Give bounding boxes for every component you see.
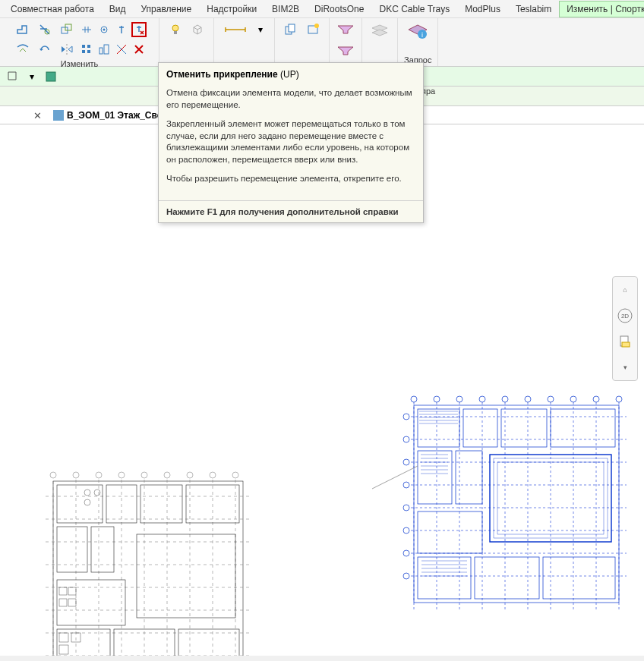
create-similar-button[interactable] — [281, 20, 301, 39]
svg-point-45 — [118, 472, 125, 478]
svg-point-42 — [50, 472, 56, 478]
svg-point-46 — [141, 472, 147, 478]
menu-view[interactable]: Вид — [102, 1, 134, 17]
query-button[interactable]: i — [405, 20, 431, 46]
svg-point-103 — [403, 414, 409, 420]
tooltip-title: Отменить прикрепление — [166, 69, 278, 80]
menu-dirootsone[interactable]: DiRootsOne — [307, 1, 371, 17]
svg-rect-118 — [418, 511, 482, 553]
view-tab-active[interactable]: В_ЭОМ_01 Этаж_Сво — [47, 109, 169, 122]
mirror-button[interactable] — [57, 39, 77, 59]
svg-rect-113 — [501, 409, 547, 447]
svg-rect-24 — [53, 481, 243, 656]
menu-modplus[interactable]: ModPlus — [457, 1, 508, 17]
nav-dropdown-icon[interactable]: ▾ — [615, 357, 635, 377]
menu-modify-context[interactable]: Изменить | Спорткомпл — [559, 1, 644, 17]
split-element-button[interactable] — [13, 39, 33, 59]
svg-rect-63 — [68, 587, 76, 595]
ribbon-label-modify: Изменить — [61, 59, 99, 68]
svg-rect-58 — [57, 580, 125, 625]
svg-point-95 — [456, 396, 462, 402]
qa-save-icon[interactable] — [43, 68, 59, 85]
svg-rect-19 — [46, 72, 55, 81]
menu-collaborate[interactable]: Совместная работа — [3, 1, 102, 17]
scale-button[interactable] — [96, 42, 112, 57]
svg-rect-14 — [289, 24, 295, 32]
svg-rect-68 — [59, 645, 68, 654]
tooltip-p2: Закрепленный элемент может перемещаться … — [166, 118, 415, 165]
svg-rect-5 — [82, 45, 85, 48]
filter-button-2[interactable] — [336, 41, 355, 61]
svg-point-98 — [525, 396, 531, 402]
svg-rect-10 — [104, 45, 109, 54]
svg-rect-115 — [418, 451, 452, 504]
dropdown-measure-icon[interactable]: ▾ — [253, 22, 268, 37]
svg-rect-7 — [82, 50, 85, 53]
nav-home-icon[interactable]: ⌂ — [615, 280, 635, 300]
svg-text:i: i — [421, 31, 423, 39]
svg-point-96 — [479, 396, 485, 402]
cut-geometry-button[interactable] — [35, 20, 55, 39]
svg-point-93 — [411, 396, 417, 402]
svg-text:2D: 2D — [621, 313, 629, 319]
svg-point-100 — [570, 396, 576, 402]
svg-point-71 — [84, 499, 90, 505]
svg-point-104 — [403, 436, 409, 442]
floor-plan-linked-selected — [402, 398, 630, 618]
svg-rect-62 — [59, 587, 67, 595]
light-bulb-button[interactable] — [166, 20, 185, 39]
menu-bim2b[interactable]: BIM2B — [264, 1, 307, 17]
box-3d-button[interactable] — [188, 20, 207, 39]
rotate-button[interactable] — [35, 39, 55, 59]
nav-sheet-icon[interactable] — [615, 332, 635, 351]
close-view-button[interactable]: ✕ — [33, 110, 42, 121]
view-tab-label: В_ЭОМ_01 Этаж_Сво — [67, 110, 163, 121]
qa-select-icon[interactable] — [5, 68, 21, 85]
svg-rect-53 — [140, 485, 182, 523]
cope-button[interactable] — [13, 20, 33, 39]
svg-rect-56 — [91, 527, 114, 572]
svg-rect-64 — [59, 599, 67, 606]
tooltip-p1: Отмена фиксации элемента модели, что дел… — [166, 87, 415, 111]
qa-dropdown-icon[interactable]: ▾ — [24, 68, 40, 85]
svg-point-101 — [593, 396, 599, 402]
svg-rect-12 — [174, 31, 177, 34]
menu-addins[interactable]: Надстройки — [199, 1, 264, 17]
plan-view-icon — [53, 110, 64, 121]
family-editor-button[interactable] — [303, 20, 323, 39]
menu-teslabim[interactable]: Teslabim — [508, 1, 559, 17]
pin-button[interactable] — [114, 22, 129, 37]
svg-rect-120 — [475, 557, 539, 599]
svg-rect-121 — [543, 557, 615, 599]
tooltip-body: Отмена фиксации элемента модели, что дел… — [159, 83, 423, 200]
ribbon-group-view — [159, 18, 214, 66]
svg-rect-57 — [137, 534, 235, 618]
svg-point-49 — [210, 472, 216, 478]
svg-point-4 — [103, 29, 105, 31]
menu-bar: Совместная работа Вид Управление Надстро… — [0, 0, 644, 18]
svg-line-140 — [372, 466, 418, 489]
align-button[interactable] — [79, 22, 94, 37]
svg-rect-119 — [418, 557, 471, 599]
navigation-bar: ⌂ 2D ▾ — [612, 276, 638, 381]
filter-button-1[interactable] — [336, 20, 355, 39]
delete-button[interactable] — [131, 42, 147, 57]
unpin-button[interactable] — [131, 22, 147, 37]
svg-rect-111 — [418, 409, 459, 447]
offset-button[interactable] — [96, 22, 112, 37]
array-button[interactable] — [79, 42, 94, 57]
svg-point-99 — [548, 396, 554, 402]
join-geometry-button[interactable] — [57, 20, 77, 39]
menu-manage[interactable]: Управление — [134, 1, 200, 17]
tooltip-shortcut: (UP) — [280, 69, 299, 80]
ribbon-group-query: i Запрос — [398, 18, 438, 66]
svg-point-108 — [403, 527, 409, 534]
svg-point-43 — [73, 472, 79, 478]
svg-rect-6 — [87, 45, 90, 48]
menu-dkc[interactable]: DKC Cable Trays — [371, 1, 457, 17]
nav-2d-button[interactable]: 2D — [615, 306, 635, 326]
svg-rect-65 — [68, 599, 76, 606]
svg-rect-114 — [551, 409, 615, 447]
trim-button[interactable] — [114, 42, 129, 57]
measure-button[interactable] — [220, 20, 251, 39]
